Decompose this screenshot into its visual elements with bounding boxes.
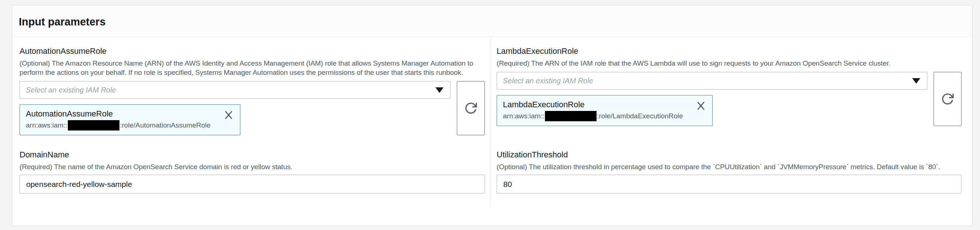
field-description: (Required) The ARN of the IAM role that … [496, 59, 962, 68]
role-picker-row: AutomationAssumeRole arn:aws:iam:::role/… [19, 81, 485, 135]
field-automation-assume-role: AutomationAssumeRole (Optional) The Amaz… [12, 37, 490, 135]
field-description: (Required) The name of the Amazon OpenSe… [19, 162, 485, 171]
automation-role-select-input[interactable] [19, 81, 450, 99]
refresh-automation-role-button[interactable] [457, 81, 485, 135]
role-picker-row: LambdaExecutionRole arn:aws:iam:::role/L… [496, 72, 962, 126]
redacted-account-id [545, 111, 597, 121]
refresh-lambda-role-button[interactable] [934, 72, 962, 126]
token-role-arn: arn:aws:iam:::role/LambdaExecutionRole [503, 111, 683, 121]
refresh-icon [940, 92, 955, 106]
utilization-threshold-input[interactable] [496, 175, 962, 194]
panel-title: Input parameters [19, 16, 965, 28]
dismiss-lambda-role-button[interactable] [695, 100, 706, 111]
field-label: LambdaExecutionRole [496, 46, 962, 57]
field-description: (Optional) The utilization threshold in … [496, 162, 962, 171]
domain-name-input[interactable] [19, 175, 485, 194]
panel-header: Input parameters [12, 6, 972, 37]
field-lambda-execution-role: LambdaExecutionRole (Required) The ARN o… [490, 37, 972, 135]
token-role-name: AutomationAssumeRole [26, 109, 210, 119]
redacted-account-id [68, 120, 119, 130]
lambda-role-select-input[interactable] [496, 72, 927, 90]
field-label: DomainName [19, 149, 485, 160]
field-utilization-threshold: UtilizationThreshold (Optional) The util… [490, 135, 972, 207]
automation-role-token: AutomationAssumeRole arn:aws:iam:::role/… [19, 104, 240, 135]
input-parameters-panel: Input parameters AutomationAssumeRole (O… [12, 5, 973, 226]
lambda-role-token: LambdaExecutionRole arn:aws:iam:::role/L… [496, 95, 713, 126]
token-role-name: LambdaExecutionRole [503, 100, 683, 110]
field-label: AutomationAssumeRole [19, 46, 485, 57]
refresh-icon [464, 102, 478, 115]
close-icon [223, 109, 234, 121]
field-domain-name: DomainName (Required) The name of the Am… [12, 135, 490, 207]
close-icon [695, 100, 706, 111]
dismiss-automation-role-button[interactable] [223, 109, 234, 121]
parameters-grid: AutomationAssumeRole (Optional) The Amaz… [12, 37, 972, 207]
field-label: UtilizationThreshold [496, 149, 962, 160]
field-description: (Optional) The Amazon Resource Name (ARN… [19, 59, 485, 77]
token-role-arn: arn:aws:iam:::role/AutomationAssumeRole [26, 120, 210, 130]
